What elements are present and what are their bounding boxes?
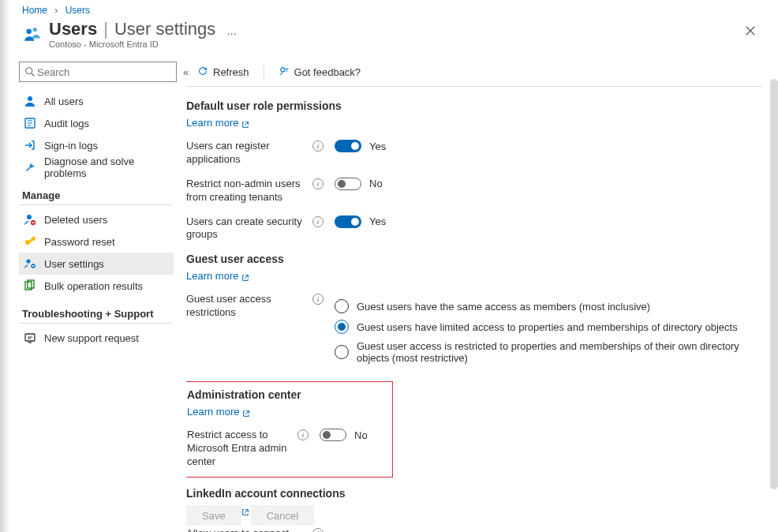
sidebar-section-support: Troubleshooting + Support — [19, 297, 172, 324]
bulk-icon — [24, 279, 36, 292]
toggle-restrict-tenants[interactable]: No — [335, 178, 383, 190]
toggle-register-apps[interactable]: Yes — [335, 140, 386, 152]
close-button[interactable] — [739, 19, 762, 43]
footer-actions: Save Cancel — [186, 505, 314, 526]
external-link-icon — [241, 272, 249, 280]
user-gear-icon — [24, 257, 36, 270]
row-guest-restrictions: Guest user access restrictions i Guest u… — [186, 293, 762, 370]
feedback-label: Got feedback? — [294, 66, 361, 78]
content-pane: Refresh Got feedback? Default user role … — [177, 58, 778, 532]
sidebar-item-bulk-operation-results[interactable]: Bulk operation results — [19, 275, 174, 297]
chevron-right-icon: › — [50, 5, 62, 16]
sidebar-item-diagnose-and-solve-problems[interactable]: Diagnose and solve problems — [19, 156, 174, 178]
deleted-user-icon — [24, 213, 36, 226]
sidebar-item-deleted-users[interactable]: Deleted users — [19, 208, 174, 230]
breadcrumb-home[interactable]: Home — [22, 5, 47, 16]
guest-access-option-2[interactable]: Guest user access is restricted to prope… — [335, 340, 762, 364]
sidebar-item-sign-in-logs[interactable]: Sign-in logs — [19, 134, 174, 156]
command-bar: Refresh Got feedback? — [186, 58, 762, 87]
save-button[interactable]: Save — [186, 505, 241, 526]
info-icon[interactable]: i — [312, 178, 324, 189]
guest-access-option-0[interactable]: Guest users have the same access as memb… — [335, 299, 762, 313]
info-icon[interactable]: i — [312, 528, 324, 532]
sidebar-item-label: All users — [44, 96, 84, 107]
sidebar-item-label: Diagnose and solve problems — [44, 155, 169, 179]
page-subtitle: Contoso - Microsoft Entra ID — [49, 39, 237, 49]
section-linkedin-title: LinkedIn account connections — [186, 487, 762, 500]
toggle-restrict-tenants-value: No — [369, 178, 383, 189]
search-input[interactable] — [36, 66, 171, 79]
sidebar-item-label: Bulk operation results — [44, 280, 143, 292]
sidebar: « All usersAudit logsSign-in logsDiagnos… — [0, 58, 177, 532]
sidebar-item-label: Deleted users — [44, 214, 107, 226]
refresh-button[interactable]: Refresh — [189, 61, 257, 84]
radio-label: Guest user access is restricted to prope… — [357, 340, 762, 364]
row-create-groups: Users can create security groups i Yes — [186, 215, 762, 242]
sidebar-item-audit-logs[interactable]: Audit logs — [19, 112, 174, 134]
toggle-create-groups[interactable]: Yes — [335, 215, 386, 228]
info-icon[interactable]: i — [312, 140, 324, 152]
learn-more-admin-center[interactable]: Learn more — [187, 406, 250, 418]
toggle-create-groups-value: Yes — [369, 215, 386, 227]
learn-more-guest[interactable]: Learn more — [186, 270, 249, 282]
sidebar-item-new-support-request[interactable]: New support request — [19, 327, 174, 349]
label-linkedin: Allow users to connect their work or sch… — [186, 527, 312, 532]
guest-access-option-1[interactable]: Guest users have limited access to prope… — [335, 320, 762, 334]
sidebar-item-label: Sign-in logs — [44, 140, 98, 152]
page-header: Users | User settings … Contoso - Micros… — [0, 19, 778, 58]
row-register-apps: Users can register applications i Yes — [186, 140, 762, 167]
learn-more-label: Learn more — [186, 117, 238, 129]
svg-point-9 — [27, 215, 32, 219]
radio-icon[interactable] — [335, 320, 349, 334]
page-title-sub: User settings — [114, 19, 215, 39]
breadcrumb-users[interactable]: Users — [65, 5, 90, 16]
toggle-restrict-admin-center-value: No — [354, 429, 368, 441]
sidebar-section-manage: Manage — [19, 178, 172, 205]
label-restrict-tenants: Restrict non-admin users from creating t… — [186, 178, 312, 204]
sidebar-item-all-users[interactable]: All users — [19, 90, 174, 112]
support-icon — [24, 332, 36, 344]
signin-icon — [24, 139, 36, 152]
highlighted-admin-center: Administration center Learn more Restric… — [186, 381, 393, 478]
search-box[interactable] — [19, 62, 177, 82]
info-icon[interactable]: i — [312, 294, 324, 305]
sidebar-item-label: Audit logs — [44, 118, 89, 129]
feedback-button[interactable]: Got feedback? — [271, 61, 369, 84]
cancel-button[interactable]: Cancel — [251, 505, 314, 526]
row-restrict-tenants: Restrict non-admin users from creating t… — [186, 178, 762, 204]
svg-point-1 — [33, 28, 37, 32]
external-link-icon — [242, 408, 250, 416]
more-actions-button[interactable]: … — [215, 25, 237, 37]
toggle-restrict-admin-center[interactable]: No — [320, 429, 368, 441]
users-page-icon — [22, 24, 43, 44]
external-link-icon — [241, 119, 249, 127]
svg-point-0 — [26, 29, 32, 35]
info-icon[interactable]: i — [312, 216, 324, 227]
title-divider: | — [97, 19, 114, 39]
learn-more-label: Learn more — [186, 270, 238, 282]
label-restrict-admin-center: Restrict access to Microsoft Entra admin… — [187, 429, 297, 469]
section-admin-center-title: Administration center — [187, 388, 383, 401]
refresh-icon — [197, 66, 208, 79]
log-icon — [24, 117, 36, 129]
command-separator — [264, 65, 264, 81]
radio-label: Guest users have the same access as memb… — [357, 301, 650, 313]
search-icon — [24, 66, 36, 77]
sidebar-item-user-settings[interactable]: User settings — [19, 253, 174, 275]
feedback-icon — [279, 66, 290, 79]
toggle-register-apps-value: Yes — [369, 140, 386, 152]
sidebar-item-label: Password reset — [44, 236, 115, 248]
svg-point-12 — [26, 259, 30, 263]
wrench-icon — [24, 161, 36, 174]
label-create-groups: Users can create security groups — [186, 215, 312, 242]
learn-more-default-perms[interactable]: Learn more — [186, 117, 249, 129]
sidebar-item-password-reset[interactable]: Password reset — [19, 230, 174, 253]
sidebar-item-label: User settings — [44, 258, 104, 270]
radio-icon[interactable] — [335, 345, 349, 359]
row-restrict-admin-center: Restrict access to Microsoft Entra admin… — [187, 429, 383, 469]
info-icon[interactable]: i — [297, 429, 309, 440]
sidebar-item-label: New support request — [44, 332, 139, 344]
svg-line-3 — [32, 73, 35, 77]
svg-point-4 — [28, 96, 32, 101]
radio-icon[interactable] — [335, 299, 349, 313]
